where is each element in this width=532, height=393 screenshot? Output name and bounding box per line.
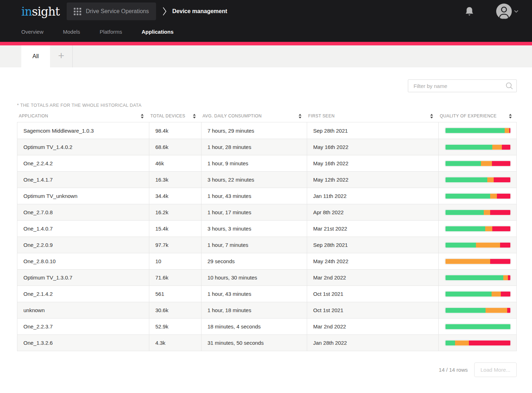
qoe-fair-segment <box>485 226 492 231</box>
total-devices-cell: 16.3k <box>149 172 201 188</box>
consumption-cell: 7 hours, 29 minutes <box>201 122 307 139</box>
nav-item-platforms[interactable]: Platforms <box>100 29 122 35</box>
applications-table: APPLICATION TOTAL DEVICES AVG. DAILY CON… <box>17 110 517 351</box>
first-seen-cell: Mar 2nd 2022 <box>307 270 438 286</box>
user-person-icon <box>496 4 512 19</box>
qoe-good-segment <box>445 194 490 199</box>
table-row[interactable]: One_2.8.0.10 10 29 seconds May 24th 2022 <box>17 253 516 269</box>
qoe-bar <box>445 177 511 183</box>
first-seen-cell: Mar 21st 2022 <box>307 221 438 237</box>
qoe-cell <box>438 139 517 155</box>
top-header: insight Drive Service Operations Device … <box>0 0 532 42</box>
qoe-poor-segment <box>494 177 510 182</box>
qoe-good-segment <box>445 210 484 215</box>
application-cell: Optimum TV_1.4.0.2 <box>17 139 149 155</box>
qoe-cell <box>438 155 517 171</box>
application-cell: Sagemcom Middleware_1.0.3 <box>17 122 149 139</box>
qoe-good-segment <box>445 324 510 329</box>
qoe-track <box>445 145 510 150</box>
first-seen-cell: Oct 1st 2021 <box>307 286 438 302</box>
sort-icon[interactable] <box>299 114 301 118</box>
load-more-button[interactable]: Load More... <box>474 362 517 377</box>
col-header-avg-daily-consumption: AVG. DAILY CONSUMPTION <box>201 114 306 118</box>
app-switcher-button[interactable]: Drive Service Operations <box>67 2 156 20</box>
first-seen-cell: Sep 28th 2021 <box>307 237 438 253</box>
tab-strip: All + <box>0 45 532 67</box>
search-icon[interactable] <box>505 82 513 90</box>
table-row[interactable]: Optimum TV_unknown 34.4k 1 hour, 43 minu… <box>17 188 516 204</box>
qoe-track <box>445 194 510 199</box>
table-row[interactable]: One_2.2.3.7 52.9k 18 minutes, 4 seconds … <box>17 318 516 334</box>
table-row[interactable]: Sagemcom Middleware_1.0.3 98.4k 7 hours,… <box>17 122 516 139</box>
table-row[interactable]: One_2.1.4.2 561 1 hour, 43 minutes Oct 1… <box>17 286 516 302</box>
table-footer: 14 / 14 rows Load More... <box>0 362 517 377</box>
qoe-bar <box>445 144 511 150</box>
total-devices-cell: 52.9k <box>149 319 201 334</box>
col-header-total-devices: TOTAL DEVICES <box>149 114 201 118</box>
qoe-good-segment <box>445 161 481 166</box>
qoe-good-segment <box>445 275 503 280</box>
sort-icon[interactable] <box>430 114 433 118</box>
table-row[interactable]: One_2.7.0.8 16.2k 1 hour, 17 minutes Apr… <box>17 204 516 220</box>
total-devices-cell: 10 <box>149 253 201 269</box>
consumption-cell: 1 hour, 43 minutes <box>201 188 307 204</box>
qoe-track <box>445 161 510 166</box>
add-tab-button[interactable]: + <box>50 45 73 67</box>
application-cell: One_1.3.2.6 <box>17 335 149 351</box>
qoe-poor-segment <box>497 194 510 199</box>
totals-note: * THE TOTALS ARE FOR THE WHOLE HISTORICA… <box>17 103 532 108</box>
qoe-cell <box>438 221 517 237</box>
table-row[interactable]: One_2.2.0.9 97.7k 1 hour, 7 minutes Sep … <box>17 237 516 253</box>
qoe-poor-segment <box>469 341 510 345</box>
first-seen-cell: Oct 1st 2021 <box>307 302 438 318</box>
tab-all[interactable]: All <box>21 45 50 67</box>
total-devices-cell: 30.6k <box>149 302 201 318</box>
application-cell: One_2.7.0.8 <box>17 204 149 220</box>
qoe-bar <box>445 291 511 297</box>
table-row[interactable]: unknown 30.6k 1 hour, 18 minutes Oct 1st… <box>17 302 516 318</box>
qoe-track <box>445 128 510 133</box>
qoe-fair-segment <box>492 292 501 297</box>
notifications-bell-icon[interactable] <box>465 6 474 17</box>
qoe-fair-segment <box>487 177 494 182</box>
qoe-cell <box>438 319 517 334</box>
breadcrumb-chevron-icon <box>162 7 167 16</box>
nav-item-models[interactable]: Models <box>63 29 80 35</box>
qoe-good-segment <box>445 145 492 150</box>
table-row[interactable]: Optimum TV_1.4.0.2 68.6k 1 hour, 28 minu… <box>17 139 516 155</box>
first-seen-cell: Sep 28th 2021 <box>307 122 438 139</box>
col-label: TOTAL DEVICES <box>150 114 185 118</box>
sort-icon[interactable] <box>193 114 196 118</box>
qoe-fair-segment <box>445 259 490 264</box>
qoe-cell <box>438 302 517 318</box>
qoe-poor-segment <box>509 128 510 133</box>
table-row[interactable]: One_1.4.0.7 15.4k 3 hours, 3 minutes Mar… <box>17 220 516 237</box>
nav-item-applications[interactable]: Applications <box>142 29 173 35</box>
table-row[interactable]: One_2.2.4.2 46k 1 hour, 9 minutes May 16… <box>17 155 516 171</box>
qoe-cell <box>438 270 517 286</box>
table-row[interactable]: One_1.4.1.7 16.3k 3 hours, 22 minutes Ma… <box>17 171 516 188</box>
qoe-bar <box>445 258 511 265</box>
nav-item-overview[interactable]: Overview <box>21 29 44 35</box>
qoe-good-segment <box>445 292 492 297</box>
user-avatar[interactable] <box>496 4 512 19</box>
qoe-cell <box>438 335 517 351</box>
qoe-track <box>445 226 510 231</box>
qoe-track <box>445 341 510 345</box>
qoe-poor-segment <box>502 145 510 150</box>
qoe-bar <box>445 209 511 216</box>
total-devices-cell: 4.3k <box>149 335 201 351</box>
qoe-fair-segment <box>490 194 497 199</box>
qoe-good-segment <box>445 341 455 345</box>
sort-icon[interactable] <box>509 114 512 118</box>
total-devices-cell: 98.4k <box>149 122 201 139</box>
qoe-bar <box>445 226 511 232</box>
table-row[interactable]: Optimum TV_1.3.0.7 71.6k 10 hours, 30 mi… <box>17 269 516 286</box>
user-menu-chevron-icon[interactable] <box>514 10 519 13</box>
consumption-cell: 1 hour, 18 minutes <box>201 302 307 318</box>
rows-count: 14 / 14 rows <box>439 367 468 373</box>
table-row[interactable]: One_1.3.2.6 4.3k 31 minutes, 50 seconds … <box>17 334 516 351</box>
sort-icon[interactable] <box>141 114 144 118</box>
filter-input[interactable] <box>408 79 517 92</box>
consumption-cell: 31 minutes, 50 seconds <box>201 335 307 351</box>
